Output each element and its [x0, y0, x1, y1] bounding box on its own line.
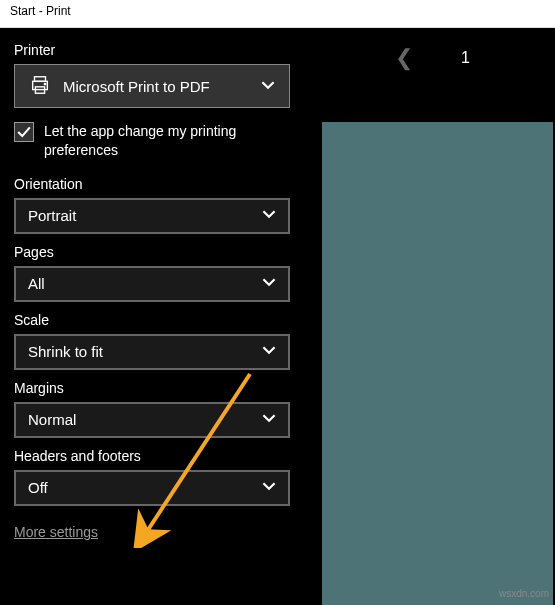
- preview-canvas: [322, 122, 553, 605]
- chevron-down-icon: [262, 479, 276, 496]
- headers-footers-value: Off: [28, 479, 48, 496]
- pages-select[interactable]: All: [14, 266, 290, 302]
- preview-pagination: ❮ 1: [310, 28, 555, 88]
- preview-panel: ❮ 1: [310, 28, 555, 605]
- chevron-down-icon: [262, 343, 276, 360]
- print-settings-panel: Printer Microsoft Print to PDF: [0, 28, 310, 605]
- scale-value: Shrink to fit: [28, 343, 103, 360]
- pages-label: Pages: [14, 244, 298, 260]
- margins-select[interactable]: Normal: [14, 402, 290, 438]
- checkbox-label: Let the app change my printing preferenc…: [44, 122, 298, 160]
- chevron-down-icon: [261, 78, 275, 95]
- margins-label: Margins: [14, 380, 298, 396]
- pages-value: All: [28, 275, 45, 292]
- headers-footers-select[interactable]: Off: [14, 470, 290, 506]
- window-title: Start - Print: [0, 0, 555, 28]
- orientation-value: Portrait: [28, 207, 76, 224]
- checkbox-icon: [14, 122, 34, 142]
- margins-value: Normal: [28, 411, 76, 428]
- printer-selected: Microsoft Print to PDF: [63, 78, 210, 95]
- more-settings-link[interactable]: More settings: [14, 524, 98, 540]
- chevron-down-icon: [262, 275, 276, 292]
- orientation-select[interactable]: Portrait: [14, 198, 290, 234]
- chevron-down-icon: [262, 411, 276, 428]
- chevron-down-icon: [262, 207, 276, 224]
- printer-icon: [29, 74, 51, 99]
- svg-point-3: [44, 83, 45, 84]
- printer-select[interactable]: Microsoft Print to PDF: [14, 64, 290, 108]
- orientation-label: Orientation: [14, 176, 298, 192]
- watermark: wsxdn.com: [499, 588, 549, 599]
- scale-select[interactable]: Shrink to fit: [14, 334, 290, 370]
- printer-label: Printer: [14, 42, 298, 58]
- headers-footers-label: Headers and footers: [14, 448, 298, 464]
- scale-label: Scale: [14, 312, 298, 328]
- page-number: 1: [461, 49, 470, 67]
- change-preferences-checkbox[interactable]: Let the app change my printing preferenc…: [14, 122, 298, 160]
- prev-page-arrow[interactable]: ❮: [395, 45, 413, 71]
